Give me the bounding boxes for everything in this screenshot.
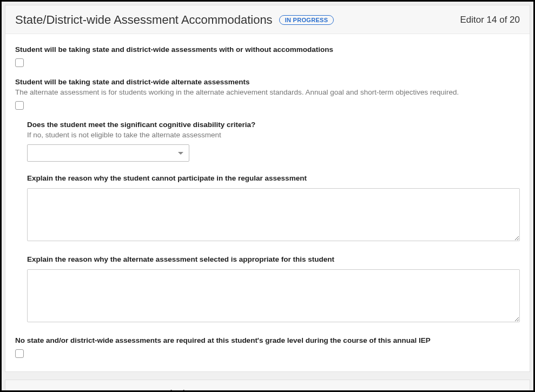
field-alternate-assessments: Student will be taking state and distric…	[15, 77, 520, 111]
cognitive-disability-section: Does the student meet the significant co…	[27, 120, 520, 162]
field-no-assessments-required: No state and/or district-wide assessment…	[15, 336, 520, 360]
cognitive-disability-select[interactable]	[27, 144, 189, 162]
field-label: Explain the reason why the student canno…	[27, 174, 520, 184]
field-reason-appropriate: Explain the reason why the alternate ass…	[27, 255, 520, 324]
field-label: No state and/or district-wide assessment…	[15, 336, 520, 346]
assessment-accommodations-panel: State/District-wide Assessment Accommoda…	[5, 5, 530, 372]
field-hint: The alternate assessment is for students…	[15, 88, 520, 98]
field-hint: If no, student is not eligible to take t…	[27, 130, 520, 141]
checkbox-with-without-accommodations[interactable]	[15, 58, 24, 67]
field-reason-cannot-participate: Explain the reason why the student canno…	[27, 174, 520, 243]
field-label: Explain the reason why the alternate ass…	[27, 255, 520, 265]
panel-header: State/District-wide Assessment Accommoda…	[5, 5, 530, 34]
checkbox-no-assessments-required[interactable]	[15, 349, 24, 358]
field-label: Student will be taking state and distric…	[15, 77, 520, 88]
reason-appropriate-textarea[interactable]	[27, 269, 520, 322]
reason-cannot-participate-textarea[interactable]	[27, 188, 520, 241]
field-label: Does the student meet the significant co…	[27, 120, 520, 130]
checkbox-alternate-assessments[interactable]	[15, 101, 24, 110]
state-assessment-panel: State Assessment Accommodations *Teams m…	[5, 380, 530, 392]
field-with-without-accommodations: Student will be taking state and distric…	[15, 45, 520, 69]
chevron-down-icon	[178, 152, 183, 155]
section-title: State Assessment Accommodations	[5, 380, 530, 392]
page-title: State/District-wide Assessment Accommoda…	[15, 13, 273, 27]
status-badge: IN PROGRESS	[279, 15, 334, 25]
field-label: Student will be taking state and distric…	[15, 45, 520, 55]
editor-counter: Editor 14 of 20	[460, 15, 520, 25]
